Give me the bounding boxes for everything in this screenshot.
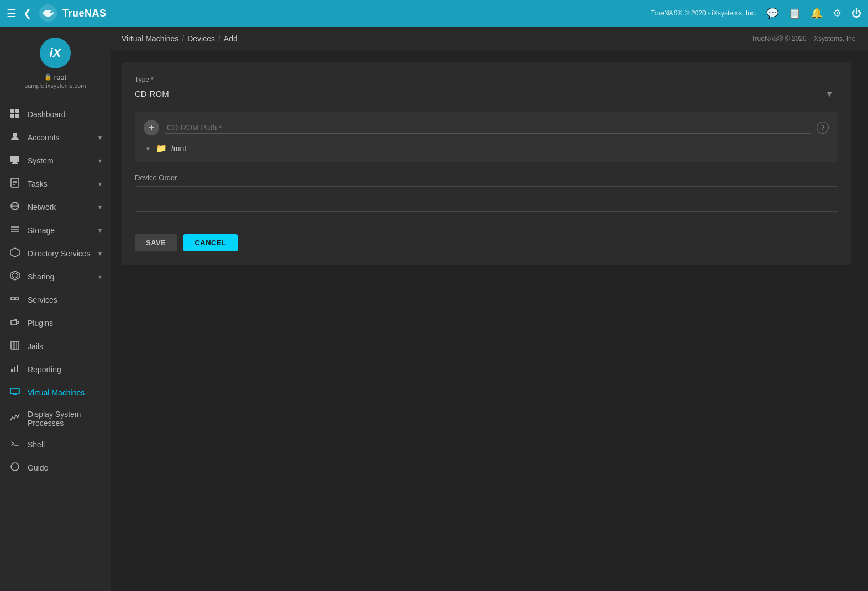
chevron-down-icon: ▾ <box>98 157 102 165</box>
cancel-button[interactable]: CANCEL <box>183 234 237 251</box>
sidebar-item-plugins[interactable]: Plugins <box>0 312 111 335</box>
breadcrumb-virtual-machines[interactable]: Virtual Machines <box>122 34 178 43</box>
sidebar-item-shell[interactable]: Shell <box>0 433 111 456</box>
sidebar-item-label: Guide <box>28 463 102 472</box>
help-icon[interactable]: ? <box>817 122 829 134</box>
avatar-text: iX <box>50 46 61 60</box>
sidebar-username: 🔒 root <box>44 73 66 81</box>
avatar: iX <box>40 38 71 68</box>
sidebar-item-label: Directory Services <box>28 249 92 258</box>
services-icon <box>9 294 21 306</box>
tree-expand-icon: ► <box>146 145 151 151</box>
tasks-sidebar-icon <box>9 178 21 190</box>
plugins-icon <box>9 317 21 329</box>
sidebar-item-services[interactable]: Services <box>0 288 111 312</box>
svg-rect-9 <box>12 163 18 164</box>
svg-marker-22 <box>12 273 18 278</box>
sidebar-item-accounts[interactable]: Accounts ▾ <box>0 126 111 149</box>
sidebar-item-jails[interactable]: Jails <box>0 335 111 358</box>
breadcrumb-separator: / <box>218 34 220 43</box>
accounts-icon <box>9 131 21 144</box>
sidebar-item-dashboard[interactable]: Dashboard <box>0 103 111 126</box>
chevron-down-icon: ▾ <box>98 273 102 281</box>
sidebar-item-label: System <box>28 156 92 165</box>
breadcrumb-bar: Virtual Machines / Devices / Add TrueNAS… <box>111 27 868 51</box>
virtual-machines-icon <box>9 387 21 399</box>
hamburger-menu-icon[interactable]: ☰ <box>7 7 17 20</box>
form-button-row: SAVE CANCEL <box>135 225 838 251</box>
dashboard-icon <box>9 108 21 120</box>
cdrom-file-browser-card: ? ► 📁 /mnt <box>135 112 838 162</box>
tasks-icon[interactable]: 📋 <box>788 7 801 19</box>
sidebar-item-label: Shell <box>28 440 102 449</box>
sidebar-item-sharing[interactable]: Sharing ▾ <box>0 265 111 288</box>
breadcrumb-separator: / <box>182 34 184 43</box>
save-button[interactable]: SAVE <box>135 234 177 251</box>
reporting-icon <box>9 363 21 376</box>
sidebar-item-label: Tasks <box>28 180 92 188</box>
feedback-icon[interactable]: 💬 <box>766 7 778 19</box>
sidebar-item-label: Display System Processes <box>28 410 102 428</box>
alerts-icon[interactable]: 🔔 <box>811 7 823 19</box>
chevron-down-icon: ▾ <box>98 180 102 188</box>
sidebar-item-system[interactable]: System ▾ <box>0 149 111 172</box>
svg-rect-4 <box>10 114 14 118</box>
svg-rect-25 <box>17 321 19 324</box>
svg-point-6 <box>13 133 17 137</box>
settings-icon[interactable]: ⚙ <box>833 7 841 19</box>
truenas-logo-icon <box>38 3 58 23</box>
mnt-label: /mnt <box>171 144 186 153</box>
file-browser-add-button[interactable] <box>144 120 159 135</box>
cdrom-path-input[interactable] <box>165 122 811 134</box>
chevron-down-icon: ▾ <box>98 250 102 257</box>
svg-text:i: i <box>14 464 15 470</box>
type-label: Type * <box>135 76 838 83</box>
svg-rect-8 <box>13 162 17 163</box>
sidebar-item-directory-services[interactable]: Directory Services ▾ <box>0 242 111 265</box>
breadcrumb-devices[interactable]: Devices <box>187 34 215 43</box>
question-mark-icon: ? <box>821 124 825 131</box>
system-icon <box>9 155 21 167</box>
sidebar-item-label: Virtual Machines <box>28 388 102 397</box>
jails-icon <box>9 340 21 352</box>
sidebar-item-label: Storage <box>28 226 92 235</box>
sidebar-item-guide[interactable]: i Guide <box>0 456 111 479</box>
chevron-down-icon: ▾ <box>98 203 102 211</box>
logo: TrueNAS <box>38 3 107 23</box>
svg-marker-20 <box>10 248 19 257</box>
svg-rect-31 <box>14 367 15 372</box>
sidebar-toggle-icon[interactable]: ❮ <box>23 7 31 19</box>
sidebar-item-reporting[interactable]: Reporting <box>0 358 111 381</box>
type-select[interactable]: CD-ROM NIC Disk Raw File PCI Passthrough… <box>135 87 838 101</box>
sidebar-item-storage[interactable]: Storage ▾ <box>0 219 111 242</box>
svg-rect-24 <box>11 320 17 325</box>
svg-point-37 <box>11 463 19 471</box>
sidebar-item-tasks[interactable]: Tasks ▾ <box>0 172 111 196</box>
chevron-down-icon: ▾ <box>98 226 102 234</box>
shell-icon <box>9 439 21 451</box>
logo-text: TrueNAS <box>62 8 107 19</box>
guide-icon: i <box>9 462 21 474</box>
sidebar-nav: Dashboard Accounts ▾ System ▾ Tasks ▾ <box>0 98 111 591</box>
sidebar-item-label: Jails <box>28 342 102 351</box>
directory-services-icon <box>9 247 21 260</box>
sidebar: iX 🔒 root sample.ixsystems.com Dashboard… <box>0 27 111 591</box>
type-form-group: Type * CD-ROM NIC Disk Raw File PCI Pass… <box>135 76 838 101</box>
file-browser-header: ? <box>144 120 829 135</box>
file-tree-mnt-item[interactable]: ► 📁 /mnt <box>144 142 829 155</box>
sidebar-item-virtual-machines[interactable]: Virtual Machines <box>0 381 111 404</box>
sidebar-item-label: Services <box>28 296 102 304</box>
sidebar-item-display-system-processes[interactable]: Display System Processes <box>0 404 111 433</box>
sidebar-item-label: Plugins <box>28 319 102 328</box>
device-order-input[interactable] <box>135 198 838 212</box>
network-icon <box>9 201 21 213</box>
svg-rect-7 <box>10 156 19 162</box>
svg-marker-21 <box>10 271 19 280</box>
sharing-icon <box>9 271 21 283</box>
sidebar-item-label: Sharing <box>28 272 92 281</box>
svg-rect-30 <box>11 369 13 372</box>
sidebar-item-network[interactable]: Network ▾ <box>0 196 111 219</box>
power-icon[interactable]: ⏻ <box>851 8 861 19</box>
form-area: Type * CD-ROM NIC Disk Raw File PCI Pass… <box>111 51 868 276</box>
sidebar-hostname: sample.ixsystems.com <box>25 82 86 89</box>
